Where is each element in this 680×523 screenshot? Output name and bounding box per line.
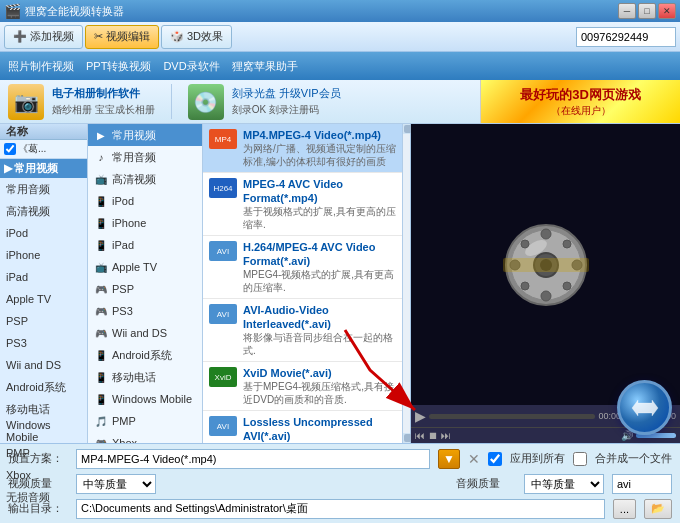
search-input[interactable] xyxy=(576,27,676,47)
format-search-area xyxy=(612,474,672,494)
nav-photo-video[interactable]: 照片制作视频 xyxy=(8,59,74,74)
video-quality-select[interactable]: 中等质量 xyxy=(76,474,156,494)
maximize-button[interactable]: □ xyxy=(638,3,656,19)
section-header-name: 名称 xyxy=(0,124,87,140)
middle-panel-item[interactable]: 📺Apple TV xyxy=(88,256,202,278)
left-panel-item[interactable]: Windows Mobile xyxy=(0,420,87,442)
format-list-item[interactable]: AVILossless Uncompressed AVI(*.avi)主要用于用… xyxy=(203,411,402,443)
svg-point-9 xyxy=(563,240,571,248)
audio-quality-select[interactable]: 中等质量 xyxy=(524,474,604,494)
left-panel-item[interactable]: iPod xyxy=(0,222,87,244)
format-search-input[interactable] xyxy=(612,474,672,494)
middle-panel-item[interactable]: 🎮Wii and DS xyxy=(88,322,202,344)
stop-button[interactable]: ⏹ xyxy=(428,430,438,441)
format-list-item[interactable]: AVIAVI-Audio-Video Interleaved(*.avi)将影像… xyxy=(203,299,402,362)
svg-point-5 xyxy=(541,291,551,301)
middle-panel-item[interactable]: 📱iPad xyxy=(88,234,202,256)
left-panel-item[interactable]: Wii and DS xyxy=(0,354,87,376)
preset-dropdown-button[interactable]: ▼ xyxy=(438,449,460,469)
edit-icon: ✂ xyxy=(94,30,103,43)
banner-text-3[interactable]: 刻录光盘 升级VIP会员 xyxy=(232,86,341,101)
output-row: 输出目录： ... 📂 xyxy=(8,498,672,519)
format-scrollbar[interactable] xyxy=(403,124,411,443)
left-panel-item[interactable]: Android系统 xyxy=(0,376,87,398)
output-path-input[interactable] xyxy=(76,499,605,519)
next-button[interactable]: ⏭ xyxy=(441,430,451,441)
left-panel-item[interactable]: 无损音频 xyxy=(0,486,87,508)
format-list-item[interactable]: H264MPEG-4 AVC Video Format(*.mp4)基于视频格式… xyxy=(203,173,402,236)
middle-panel-item[interactable]: 🎵PMP xyxy=(88,410,202,432)
middle-item-icon: ▶ xyxy=(94,128,108,142)
nav-ppt[interactable]: PPT转换视频 xyxy=(86,59,151,74)
banner-right-sub: （在线用户） xyxy=(520,104,641,118)
nav-apple[interactable]: 狸窝苹果助手 xyxy=(232,59,298,74)
banner-left: 📷 电子相册制作软件 婚纱相册 宝宝成长相册 💿 刻录光盘 升级VIP会员 刻录… xyxy=(0,80,480,123)
minimize-button[interactable]: ─ xyxy=(618,3,636,19)
left-panel-item[interactable]: PSP xyxy=(0,310,87,332)
preset-input[interactable] xyxy=(76,449,430,469)
left-panel-item[interactable]: iPad xyxy=(0,266,87,288)
preset-clear-icon[interactable]: ✕ xyxy=(468,451,480,467)
format-name: MPEG-4 AVC Video Format(*.mp4) xyxy=(243,177,396,205)
middle-panel-item[interactable]: 🎮Xbox xyxy=(88,432,202,443)
middle-panel-item[interactable]: ▶常用视频 xyxy=(88,124,202,146)
left-panel-item[interactable]: 高清视频 xyxy=(0,200,87,222)
apply-all-checkbox[interactable] xyxy=(488,452,502,466)
file-checkbox[interactable] xyxy=(4,143,16,155)
middle-panel-item[interactable]: 🎮PSP xyxy=(88,278,202,300)
audio-quality-label: 音频质量 xyxy=(456,476,516,491)
middle-item-icon: 🎮 xyxy=(94,304,108,318)
middle-panel-item[interactable]: 📺高清视频 xyxy=(88,168,202,190)
3d-icon: 🎲 xyxy=(170,30,184,43)
merge-checkbox[interactable] xyxy=(573,452,587,466)
browse-button[interactable]: ... xyxy=(613,499,636,519)
middle-panel-item[interactable]: 📱Windows Mobile xyxy=(88,388,202,410)
convert-button[interactable] xyxy=(617,380,672,435)
banner-right-text: 最好玩的3D网页游戏 xyxy=(520,86,641,104)
svg-point-8 xyxy=(521,240,529,248)
banner-right[interactable]: 最好玩的3D网页游戏 （在线用户） xyxy=(480,80,680,123)
middle-panel-item[interactable]: 📱iPod xyxy=(88,190,202,212)
prev-button[interactable]: ⏮ xyxy=(415,430,425,441)
add-video-button[interactable]: ➕ 添加视频 xyxy=(4,25,83,49)
format-list-item[interactable]: AVIH.264/MPEG-4 AVC Video Format(*.avi)M… xyxy=(203,236,402,299)
format-submenu: ▶常用视频♪常用音频📺高清视频📱iPod📱iPhone📱iPad📺Apple T… xyxy=(88,124,203,443)
middle-panel-item[interactable]: ♪常用音频 xyxy=(88,146,202,168)
middle-panel-item[interactable]: 📱iPhone xyxy=(88,212,202,234)
format-list-item[interactable]: XviDXviD Movie(*.avi)基于MPEG4-视频压缩格式,具有接近… xyxy=(203,362,402,411)
left-panel-item[interactable]: 常用音频 xyxy=(0,178,87,200)
progress-bar[interactable] xyxy=(429,414,595,419)
middle-item-icon: 🎮 xyxy=(94,282,108,296)
format-list-item[interactable]: MP4MP4.MPEG-4 Video(*.mp4)为网络/广播、视频通讯定制的… xyxy=(203,124,402,173)
left-panel-item[interactable]: Xbox xyxy=(0,464,87,486)
middle-item-icon: 📱 xyxy=(94,216,108,230)
category-active[interactable]: ▶ 常用视频 xyxy=(0,159,87,178)
format-list: MP4MP4.MPEG-4 Video(*.mp4)为网络/广播、视频通讯定制的… xyxy=(203,124,403,443)
video-edit-button[interactable]: ✂ 视频编辑 xyxy=(85,25,159,49)
left-panel-item[interactable]: 移动电话 xyxy=(0,398,87,420)
effect-3d-button[interactable]: 🎲 3D效果 xyxy=(161,25,232,49)
middle-panel-item[interactable]: 📱Android系统 xyxy=(88,344,202,366)
left-panel-item[interactable]: Apple TV xyxy=(0,288,87,310)
quality-row: 视频质量 中等质量 音频质量 中等质量 xyxy=(8,473,672,494)
middle-panel-item[interactable]: 📱移动电话 xyxy=(88,366,202,388)
bottom-section: 预置方案： ▼ ✕ 应用到所有 合并成一个文件 视频质量 中等质量 音频质量 中… xyxy=(0,443,680,523)
left-panel-item[interactable]: PS3 xyxy=(0,332,87,354)
play-button[interactable]: ▶ xyxy=(415,408,426,424)
file-item[interactable]: 《葛... xyxy=(0,140,87,159)
format-desc: 基于视频格式的扩展,具有更高的压缩率. xyxy=(243,205,396,231)
banner-text-4[interactable]: 刻录OK 刻录注册码 xyxy=(232,103,341,117)
left-panel-item[interactable]: iPhone xyxy=(0,244,87,266)
middle-panel-item[interactable]: 🎮PS3 xyxy=(88,300,202,322)
open-folder-button[interactable]: 📂 xyxy=(644,499,672,519)
nav-dvd[interactable]: DVD录软件 xyxy=(163,59,219,74)
banner-icon-album: 📷 xyxy=(8,84,44,120)
left-panel-item[interactable]: PMP xyxy=(0,442,87,464)
format-tag-icon: AVI xyxy=(209,241,237,261)
close-button[interactable]: ✕ xyxy=(658,3,676,19)
banner-text-1[interactable]: 电子相册制作软件 xyxy=(52,86,155,101)
banner-text-2[interactable]: 婚纱相册 宝宝成长相册 xyxy=(52,103,155,117)
middle-item-icon: 🎮 xyxy=(94,436,108,443)
middle-item-icon: 📱 xyxy=(94,194,108,208)
format-name: H.264/MPEG-4 AVC Video Format(*.avi) xyxy=(243,240,396,268)
